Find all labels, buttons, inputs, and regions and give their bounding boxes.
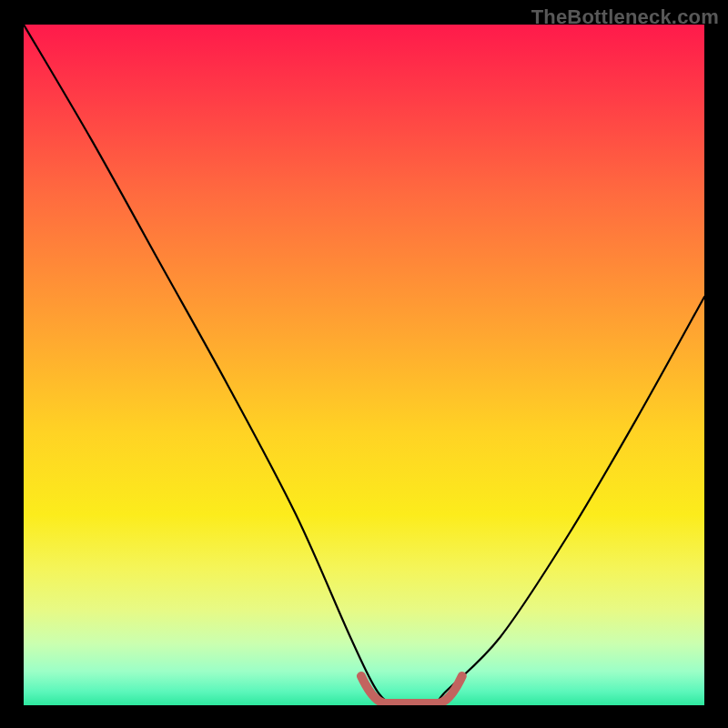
plot-area (24, 25, 704, 705)
chart-container: TheBottleneck.com (0, 0, 728, 728)
watermark-text: TheBottleneck.com (531, 5, 719, 29)
flat-region-marker (24, 25, 704, 705)
